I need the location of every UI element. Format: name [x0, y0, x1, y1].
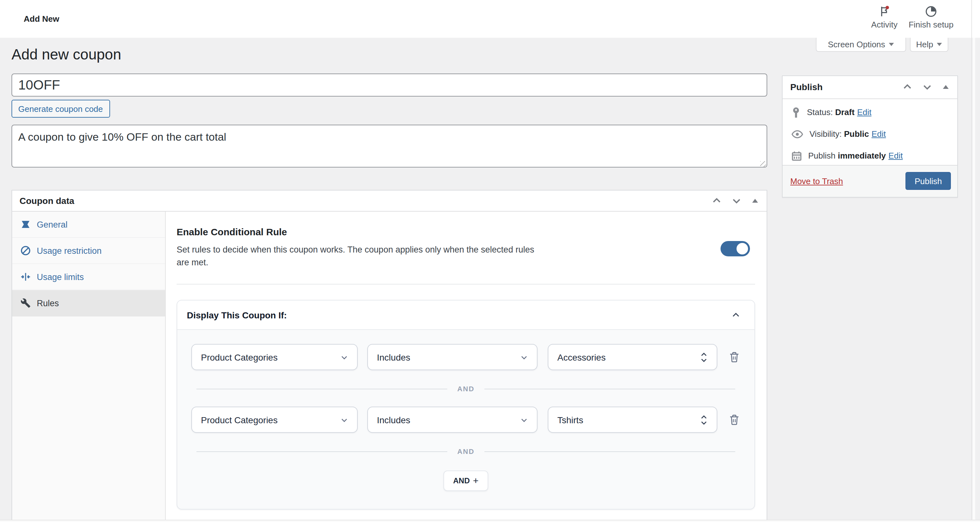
chevron-down-icon — [340, 416, 348, 424]
help-toggle[interactable]: Help — [910, 37, 948, 51]
coupon-description-textarea[interactable]: A coupon to give 10% OFF on the cart tot… — [11, 125, 767, 168]
chevron-down-icon — [340, 353, 348, 361]
trash-icon — [729, 352, 739, 362]
schedule-row: Publish immediatelyEdit — [792, 149, 950, 162]
status-row: Status: DraftEdit — [792, 106, 950, 119]
tab-label: Rules — [37, 298, 59, 308]
page-title: Add new coupon — [11, 46, 121, 63]
and-label: AND — [457, 385, 474, 392]
move-down-icon[interactable] — [922, 82, 932, 92]
move-up-icon[interactable] — [902, 82, 913, 92]
coupon-code-input[interactable] — [11, 73, 767, 97]
select-value: Tshirts — [557, 414, 583, 425]
add-rule-label: AND — [453, 476, 470, 485]
eye-icon — [792, 130, 803, 138]
rule-rows: Product Categories Includes Accessories … — [177, 344, 754, 491]
delete-rule-button[interactable] — [729, 352, 739, 362]
generate-coupon-code-button[interactable]: Generate coupon code — [11, 100, 110, 117]
status-text: Status: DraftEdit — [807, 108, 872, 117]
and-divider: AND — [196, 447, 735, 455]
rule-builder-title: Display This Coupon If: — [187, 310, 287, 320]
coupon-data-tabs: General Usage restriction Usage limits R… — [12, 212, 165, 522]
publish-panel-title: Publish — [790, 82, 822, 92]
stepper-icon — [700, 414, 708, 425]
tab-general[interactable]: General — [12, 212, 165, 238]
publish-rows: Status: DraftEdit Visibility: PublicEdit… — [783, 99, 957, 162]
publish-panel-header: Publish — [783, 76, 957, 99]
rule-operator-select[interactable]: Includes — [367, 344, 538, 370]
rule-operator-select[interactable]: Includes — [367, 406, 538, 433]
select-value: Includes — [377, 352, 410, 362]
collapse-triangle-icon[interactable] — [942, 83, 950, 91]
publish-panel: Publish Status: DraftEdit Visibility: Pu… — [782, 75, 958, 197]
pin-icon — [792, 106, 800, 118]
finish-setup-button[interactable]: Finish setup — [906, 5, 956, 29]
visibility-text: Visibility: PublicEdit — [810, 129, 886, 139]
no-entry-icon — [20, 246, 30, 256]
toggle-knob — [737, 243, 748, 254]
chevron-up-icon[interactable] — [732, 310, 740, 319]
tab-label: General — [37, 220, 67, 229]
and-divider: AND — [196, 385, 735, 392]
activity-button[interactable]: Activity — [865, 5, 904, 29]
coupon-data-header: Coupon data — [12, 190, 767, 212]
rule-builder-header: Display This Coupon If: — [177, 300, 754, 330]
help-label: Help — [916, 39, 933, 49]
horizontal-scrollbar[interactable] — [0, 520, 980, 522]
progress-pie-icon — [925, 5, 937, 18]
limit-arrows-icon — [20, 272, 30, 282]
plus-icon: + — [473, 475, 479, 486]
edit-schedule-link[interactable]: Edit — [888, 151, 903, 160]
select-value: Accessories — [557, 352, 606, 362]
screen-options-toggle[interactable]: Screen Options — [816, 37, 906, 51]
enable-rule-description: Set rules to decide when this coupon wor… — [177, 244, 546, 269]
edit-visibility-link[interactable]: Edit — [872, 129, 886, 139]
rule-row: Product Categories Includes Accessories — [191, 344, 740, 370]
screen-options-label: Screen Options — [828, 39, 885, 49]
wrench-icon — [20, 298, 30, 308]
schedule-text: Publish immediatelyEdit — [808, 151, 903, 160]
flag-icon — [878, 5, 891, 18]
visibility-row: Visibility: PublicEdit — [792, 127, 950, 140]
trash-icon — [729, 414, 739, 425]
tab-usage-restriction[interactable]: Usage restriction — [12, 238, 165, 264]
select-value: Product Categories — [201, 352, 278, 362]
breadcrumb: Add New — [24, 14, 59, 24]
enable-rule-toggle[interactable] — [721, 241, 750, 256]
and-label: AND — [457, 447, 474, 455]
move-down-icon[interactable] — [732, 196, 741, 206]
section-divider — [177, 284, 755, 284]
rule-value-select[interactable]: Accessories — [548, 344, 718, 370]
collapse-triangle-icon[interactable] — [751, 197, 759, 205]
tab-label: Usage limits — [37, 272, 84, 282]
rule-value-select[interactable]: Tshirts — [548, 406, 718, 433]
chevron-down-icon — [937, 43, 942, 46]
publish-footer: Move to Trash Publish — [783, 165, 957, 197]
tab-rules[interactable]: Rules — [12, 290, 165, 316]
select-value: Includes — [377, 414, 410, 425]
coupon-data-title: Coupon data — [19, 196, 74, 206]
rule-builder-card: Display This Coupon If: Product Categori… — [177, 300, 755, 509]
rule-field-select[interactable]: Product Categories — [191, 344, 358, 370]
topbar: Add New Activity Finish setup — [0, 0, 971, 37]
delete-rule-button[interactable] — [729, 414, 739, 425]
select-value: Product Categories — [201, 414, 278, 425]
scrollbar-gutter[interactable] — [971, 0, 980, 522]
finish-setup-label: Finish setup — [908, 20, 953, 29]
enable-rule-heading: Enable Conditional Rule — [177, 226, 287, 237]
move-to-trash-link[interactable]: Move to Trash — [790, 176, 843, 186]
calendar-icon — [792, 151, 802, 161]
add-rule-button[interactable]: AND + — [444, 471, 488, 491]
tab-label: Usage restriction — [37, 246, 102, 255]
add-rule-wrap: AND + — [191, 471, 740, 491]
tab-usage-limits[interactable]: Usage limits — [12, 264, 165, 290]
chevron-down-icon — [520, 416, 528, 424]
move-up-icon[interactable] — [711, 196, 722, 206]
stepper-icon — [700, 351, 708, 363]
rule-field-select[interactable]: Product Categories — [191, 406, 358, 433]
rule-row: Product Categories Includes Tshirts — [191, 406, 740, 433]
publish-button[interactable]: Publish — [906, 172, 951, 190]
textarea-resize-handle[interactable] — [760, 161, 766, 167]
edit-status-link[interactable]: Edit — [857, 108, 872, 117]
admin-page: Add New Activity Finish setup ) S — [0, 0, 980, 522]
